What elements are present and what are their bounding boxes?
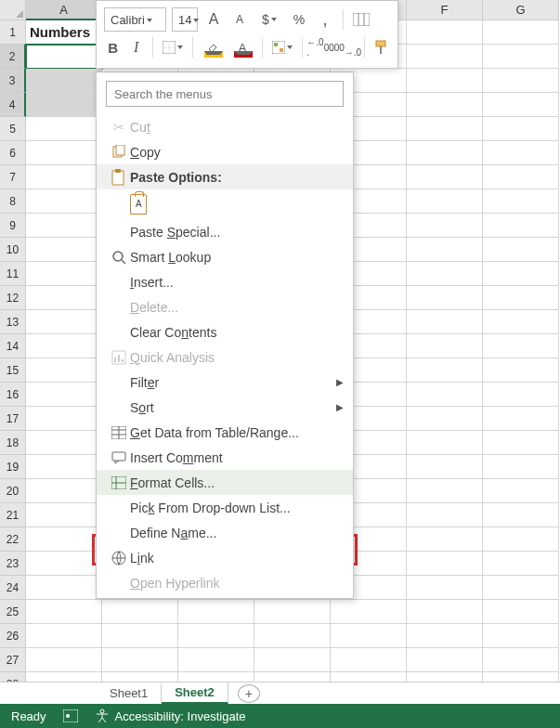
menu-define-name[interactable]: Define Name...: [97, 520, 353, 545]
cell-A11[interactable]: [26, 262, 102, 286]
col-header-F[interactable]: F: [407, 0, 483, 20]
menu-get-data[interactable]: Get Data from Table/Range...: [97, 420, 353, 445]
menu-clear-contents[interactable]: Clear Contents: [97, 319, 353, 344]
cell-C26[interactable]: [178, 624, 254, 648]
cell-E27[interactable]: [331, 648, 407, 672]
cell-F4[interactable]: [407, 93, 483, 117]
cell-G10[interactable]: [483, 238, 559, 262]
cell-G2[interactable]: [483, 45, 559, 69]
cell-G13[interactable]: [483, 310, 559, 334]
cell-A27[interactable]: [26, 648, 102, 672]
cell-F17[interactable]: [407, 407, 483, 431]
cell-G8[interactable]: [483, 189, 559, 214]
font-color-button[interactable]: A: [230, 36, 254, 58]
row-header-11[interactable]: 11: [0, 262, 26, 286]
cell-G19[interactable]: [483, 455, 559, 479]
cell-A17[interactable]: [26, 407, 102, 431]
bold-button[interactable]: B: [104, 36, 122, 58]
row-header-21[interactable]: 21: [0, 503, 26, 527]
row-header-16[interactable]: 16: [0, 383, 26, 407]
cell-A26[interactable]: [26, 624, 102, 648]
cell-A15[interactable]: [26, 358, 102, 383]
italic-button[interactable]: I: [127, 36, 145, 58]
merge-center-button[interactable]: [351, 8, 371, 31]
row-header-1[interactable]: 1: [0, 20, 26, 45]
cell-A22[interactable]: [26, 527, 102, 552]
cell-A10[interactable]: [26, 238, 102, 262]
percent-button[interactable]: %: [289, 8, 309, 31]
cell-G9[interactable]: [483, 214, 559, 238]
increase-decimal-button[interactable]: ←.0.00: [310, 36, 331, 58]
cell-F23[interactable]: [407, 552, 483, 576]
row-header-10[interactable]: 10: [0, 238, 26, 262]
cell-F5[interactable]: [407, 117, 483, 141]
cell-G20[interactable]: [483, 479, 559, 503]
cell-F13[interactable]: [407, 310, 483, 334]
cell-F27[interactable]: [407, 648, 483, 672]
conditional-format-button[interactable]: [270, 36, 294, 58]
cell-G17[interactable]: [483, 407, 559, 431]
decrease-decimal-button[interactable]: .00→.0: [336, 36, 357, 58]
cell-F21[interactable]: [407, 503, 483, 527]
menu-filter[interactable]: Filter ▶: [97, 370, 353, 395]
grow-font-button[interactable]: A: [203, 8, 224, 31]
cell-G6[interactable]: [483, 141, 559, 165]
row-header-27[interactable]: 27: [0, 648, 26, 672]
format-painter-button[interactable]: [372, 36, 390, 58]
cell-G12[interactable]: [483, 286, 559, 310]
tab-sheet1[interactable]: Sheet1: [97, 683, 162, 703]
row-header-15[interactable]: 15: [0, 358, 26, 383]
row-header-26[interactable]: 26: [0, 624, 26, 648]
cell-F9[interactable]: [407, 214, 483, 238]
cell-A24[interactable]: [26, 576, 102, 600]
cell-F24[interactable]: [407, 576, 483, 600]
row-header-18[interactable]: 18: [0, 431, 26, 455]
cell-A7[interactable]: [26, 165, 102, 189]
cell-C25[interactable]: [178, 600, 254, 624]
cell-G24[interactable]: [483, 576, 559, 600]
comma-style-button[interactable]: ,: [315, 8, 335, 31]
menu-pick-from-list[interactable]: Pick From Drop-down List...: [97, 495, 353, 520]
row-header-25[interactable]: 25: [0, 600, 26, 624]
font-name-select[interactable]: Calibri: [104, 7, 166, 32]
cell-G15[interactable]: [483, 358, 559, 383]
cell-A8[interactable]: [26, 189, 102, 214]
cell-A16[interactable]: [26, 383, 102, 407]
cell-A23[interactable]: [26, 552, 102, 576]
row-header-6[interactable]: 6: [0, 141, 26, 165]
menu-search-input[interactable]: Search the menus: [106, 81, 344, 107]
macro-record-icon[interactable]: [63, 709, 78, 722]
cell-F15[interactable]: [407, 358, 483, 383]
row-header-22[interactable]: 22: [0, 527, 26, 552]
row-header-20[interactable]: 20: [0, 479, 26, 503]
cell-G27[interactable]: [483, 648, 559, 672]
cell-D25[interactable]: [254, 600, 331, 624]
font-size-select[interactable]: 14: [172, 7, 198, 32]
cell-F10[interactable]: [407, 238, 483, 262]
row-header-24[interactable]: 24: [0, 576, 26, 600]
row-header-9[interactable]: 9: [0, 214, 26, 238]
cell-F26[interactable]: [407, 624, 483, 648]
tab-sheet2[interactable]: Sheet2: [162, 682, 228, 705]
cell-A21[interactable]: [26, 503, 102, 527]
row-header-5[interactable]: 5: [0, 117, 26, 141]
cell-F20[interactable]: [407, 479, 483, 503]
cell-E25[interactable]: [331, 600, 407, 624]
cell-A6[interactable]: [26, 141, 102, 165]
menu-paste-keep-text[interactable]: A: [97, 189, 353, 219]
row-header-8[interactable]: 8: [0, 189, 26, 214]
cell-A18[interactable]: [26, 431, 102, 455]
cell-F6[interactable]: [407, 141, 483, 165]
cell-D27[interactable]: [254, 648, 331, 672]
row-header-12[interactable]: 12: [0, 286, 26, 310]
cell-G14[interactable]: [483, 334, 559, 358]
row-header-19[interactable]: 19: [0, 455, 26, 479]
cell-G21[interactable]: [483, 503, 559, 527]
cell-F22[interactable]: [407, 527, 483, 552]
cell-G25[interactable]: [483, 600, 559, 624]
cell-A2[interactable]: [26, 45, 102, 69]
menu-smart-lookup[interactable]: Smart Lookup: [97, 244, 353, 269]
cell-F18[interactable]: [407, 431, 483, 455]
row-header-7[interactable]: 7: [0, 165, 26, 189]
row-header-14[interactable]: 14: [0, 334, 26, 358]
